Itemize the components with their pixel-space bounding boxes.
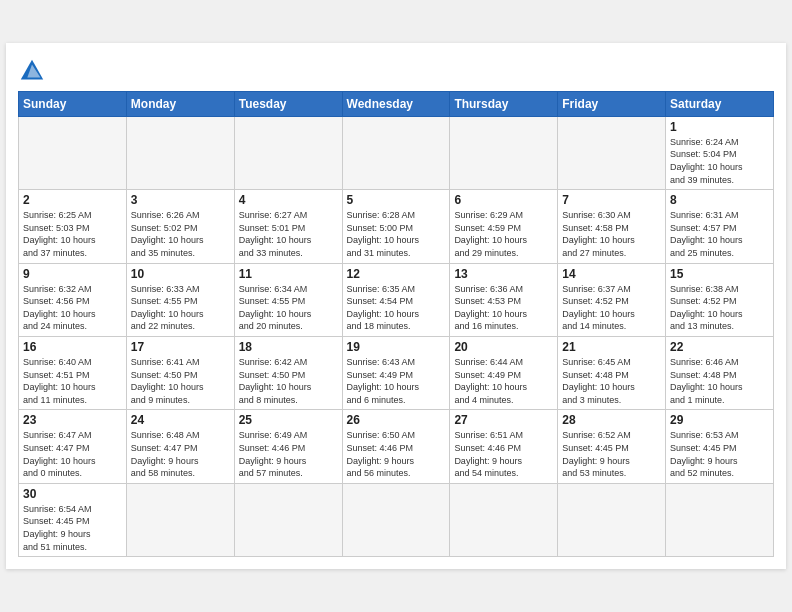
calendar-cell xyxy=(126,116,234,189)
day-info: Sunrise: 6:40 AM Sunset: 4:51 PM Dayligh… xyxy=(23,356,122,406)
logo xyxy=(18,53,50,85)
day-info: Sunrise: 6:49 AM Sunset: 4:46 PM Dayligh… xyxy=(239,429,338,479)
day-info: Sunrise: 6:48 AM Sunset: 4:47 PM Dayligh… xyxy=(131,429,230,479)
calendar-cell xyxy=(342,483,450,556)
day-info: Sunrise: 6:52 AM Sunset: 4:45 PM Dayligh… xyxy=(562,429,661,479)
day-info: Sunrise: 6:43 AM Sunset: 4:49 PM Dayligh… xyxy=(347,356,446,406)
calendar-cell: 5Sunrise: 6:28 AM Sunset: 5:00 PM Daylig… xyxy=(342,190,450,263)
calendar-cell: 19Sunrise: 6:43 AM Sunset: 4:49 PM Dayli… xyxy=(342,337,450,410)
calendar-cell: 9Sunrise: 6:32 AM Sunset: 4:56 PM Daylig… xyxy=(19,263,127,336)
day-number: 21 xyxy=(562,340,661,354)
calendar-cell: 1Sunrise: 6:24 AM Sunset: 5:04 PM Daylig… xyxy=(666,116,774,189)
calendar-cell: 12Sunrise: 6:35 AM Sunset: 4:54 PM Dayli… xyxy=(342,263,450,336)
day-number: 8 xyxy=(670,193,769,207)
calendar-week-row: 9Sunrise: 6:32 AM Sunset: 4:56 PM Daylig… xyxy=(19,263,774,336)
day-number: 27 xyxy=(454,413,553,427)
day-number: 16 xyxy=(23,340,122,354)
calendar-cell: 25Sunrise: 6:49 AM Sunset: 4:46 PM Dayli… xyxy=(234,410,342,483)
day-number: 9 xyxy=(23,267,122,281)
day-number: 28 xyxy=(562,413,661,427)
day-info: Sunrise: 6:38 AM Sunset: 4:52 PM Dayligh… xyxy=(670,283,769,333)
weekday-header-thursday: Thursday xyxy=(450,91,558,116)
calendar-cell: 18Sunrise: 6:42 AM Sunset: 4:50 PM Dayli… xyxy=(234,337,342,410)
calendar-cell: 7Sunrise: 6:30 AM Sunset: 4:58 PM Daylig… xyxy=(558,190,666,263)
weekday-header-friday: Friday xyxy=(558,91,666,116)
day-number: 10 xyxy=(131,267,230,281)
calendar-cell: 2Sunrise: 6:25 AM Sunset: 5:03 PM Daylig… xyxy=(19,190,127,263)
day-number: 2 xyxy=(23,193,122,207)
day-info: Sunrise: 6:28 AM Sunset: 5:00 PM Dayligh… xyxy=(347,209,446,259)
day-info: Sunrise: 6:36 AM Sunset: 4:53 PM Dayligh… xyxy=(454,283,553,333)
weekday-header-tuesday: Tuesday xyxy=(234,91,342,116)
day-number: 13 xyxy=(454,267,553,281)
weekday-header-saturday: Saturday xyxy=(666,91,774,116)
calendar-cell xyxy=(126,483,234,556)
weekday-header-monday: Monday xyxy=(126,91,234,116)
calendar-header-row: SundayMondayTuesdayWednesdayThursdayFrid… xyxy=(19,91,774,116)
calendar-cell: 11Sunrise: 6:34 AM Sunset: 4:55 PM Dayli… xyxy=(234,263,342,336)
calendar-cell: 16Sunrise: 6:40 AM Sunset: 4:51 PM Dayli… xyxy=(19,337,127,410)
calendar-week-row: 2Sunrise: 6:25 AM Sunset: 5:03 PM Daylig… xyxy=(19,190,774,263)
calendar-cell: 6Sunrise: 6:29 AM Sunset: 4:59 PM Daylig… xyxy=(450,190,558,263)
day-number: 26 xyxy=(347,413,446,427)
weekday-header-wednesday: Wednesday xyxy=(342,91,450,116)
calendar-cell xyxy=(234,483,342,556)
day-info: Sunrise: 6:47 AM Sunset: 4:47 PM Dayligh… xyxy=(23,429,122,479)
calendar-table: SundayMondayTuesdayWednesdayThursdayFrid… xyxy=(18,91,774,557)
day-number: 25 xyxy=(239,413,338,427)
day-info: Sunrise: 6:29 AM Sunset: 4:59 PM Dayligh… xyxy=(454,209,553,259)
calendar-cell: 27Sunrise: 6:51 AM Sunset: 4:46 PM Dayli… xyxy=(450,410,558,483)
day-number: 4 xyxy=(239,193,338,207)
calendar-cell xyxy=(450,116,558,189)
day-info: Sunrise: 6:26 AM Sunset: 5:02 PM Dayligh… xyxy=(131,209,230,259)
day-info: Sunrise: 6:45 AM Sunset: 4:48 PM Dayligh… xyxy=(562,356,661,406)
day-info: Sunrise: 6:44 AM Sunset: 4:49 PM Dayligh… xyxy=(454,356,553,406)
day-number: 19 xyxy=(347,340,446,354)
day-info: Sunrise: 6:30 AM Sunset: 4:58 PM Dayligh… xyxy=(562,209,661,259)
calendar-cell: 3Sunrise: 6:26 AM Sunset: 5:02 PM Daylig… xyxy=(126,190,234,263)
day-number: 11 xyxy=(239,267,338,281)
day-number: 7 xyxy=(562,193,661,207)
weekday-header-sunday: Sunday xyxy=(19,91,127,116)
calendar-cell xyxy=(558,483,666,556)
calendar-cell: 14Sunrise: 6:37 AM Sunset: 4:52 PM Dayli… xyxy=(558,263,666,336)
calendar-cell: 30Sunrise: 6:54 AM Sunset: 4:45 PM Dayli… xyxy=(19,483,127,556)
day-number: 5 xyxy=(347,193,446,207)
calendar-cell xyxy=(342,116,450,189)
day-info: Sunrise: 6:42 AM Sunset: 4:50 PM Dayligh… xyxy=(239,356,338,406)
calendar-cell: 29Sunrise: 6:53 AM Sunset: 4:45 PM Dayli… xyxy=(666,410,774,483)
day-info: Sunrise: 6:31 AM Sunset: 4:57 PM Dayligh… xyxy=(670,209,769,259)
day-info: Sunrise: 6:32 AM Sunset: 4:56 PM Dayligh… xyxy=(23,283,122,333)
calendar-cell: 4Sunrise: 6:27 AM Sunset: 5:01 PM Daylig… xyxy=(234,190,342,263)
calendar-cell xyxy=(19,116,127,189)
day-info: Sunrise: 6:33 AM Sunset: 4:55 PM Dayligh… xyxy=(131,283,230,333)
day-info: Sunrise: 6:54 AM Sunset: 4:45 PM Dayligh… xyxy=(23,503,122,553)
calendar-cell: 17Sunrise: 6:41 AM Sunset: 4:50 PM Dayli… xyxy=(126,337,234,410)
day-info: Sunrise: 6:53 AM Sunset: 4:45 PM Dayligh… xyxy=(670,429,769,479)
day-info: Sunrise: 6:24 AM Sunset: 5:04 PM Dayligh… xyxy=(670,136,769,186)
day-info: Sunrise: 6:50 AM Sunset: 4:46 PM Dayligh… xyxy=(347,429,446,479)
calendar-week-row: 23Sunrise: 6:47 AM Sunset: 4:47 PM Dayli… xyxy=(19,410,774,483)
calendar-week-row: 30Sunrise: 6:54 AM Sunset: 4:45 PM Dayli… xyxy=(19,483,774,556)
day-number: 20 xyxy=(454,340,553,354)
day-number: 3 xyxy=(131,193,230,207)
day-number: 24 xyxy=(131,413,230,427)
calendar-week-row: 16Sunrise: 6:40 AM Sunset: 4:51 PM Dayli… xyxy=(19,337,774,410)
calendar-cell: 22Sunrise: 6:46 AM Sunset: 4:48 PM Dayli… xyxy=(666,337,774,410)
calendar-cell: 23Sunrise: 6:47 AM Sunset: 4:47 PM Dayli… xyxy=(19,410,127,483)
calendar-cell: 24Sunrise: 6:48 AM Sunset: 4:47 PM Dayli… xyxy=(126,410,234,483)
calendar-cell: 13Sunrise: 6:36 AM Sunset: 4:53 PM Dayli… xyxy=(450,263,558,336)
day-info: Sunrise: 6:34 AM Sunset: 4:55 PM Dayligh… xyxy=(239,283,338,333)
day-number: 15 xyxy=(670,267,769,281)
logo-icon xyxy=(18,57,46,85)
day-number: 22 xyxy=(670,340,769,354)
day-number: 12 xyxy=(347,267,446,281)
day-info: Sunrise: 6:35 AM Sunset: 4:54 PM Dayligh… xyxy=(347,283,446,333)
calendar-cell xyxy=(450,483,558,556)
day-info: Sunrise: 6:51 AM Sunset: 4:46 PM Dayligh… xyxy=(454,429,553,479)
day-number: 23 xyxy=(23,413,122,427)
calendar-cell: 8Sunrise: 6:31 AM Sunset: 4:57 PM Daylig… xyxy=(666,190,774,263)
day-number: 14 xyxy=(562,267,661,281)
calendar-week-row: 1Sunrise: 6:24 AM Sunset: 5:04 PM Daylig… xyxy=(19,116,774,189)
day-info: Sunrise: 6:27 AM Sunset: 5:01 PM Dayligh… xyxy=(239,209,338,259)
